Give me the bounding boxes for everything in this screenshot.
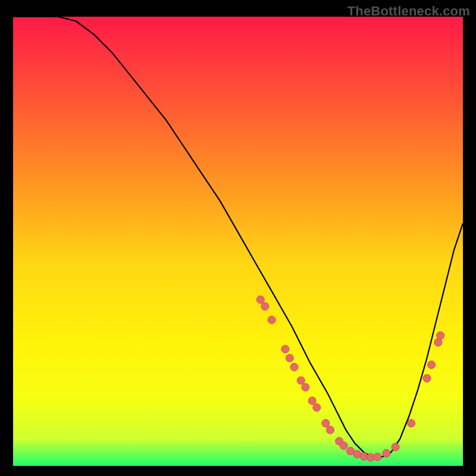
data-marker xyxy=(256,296,264,303)
chart-svg xyxy=(13,17,463,466)
gradient-background xyxy=(13,17,463,466)
data-marker xyxy=(383,449,390,457)
data-marker xyxy=(428,361,436,369)
data-marker xyxy=(261,303,269,311)
data-marker xyxy=(286,354,293,362)
chart-stage: TheBottleneck.com xyxy=(0,0,476,476)
data-marker xyxy=(313,403,321,411)
watermark-text: TheBottleneck.com xyxy=(347,4,470,19)
data-marker xyxy=(340,442,347,450)
data-marker xyxy=(322,419,330,427)
data-marker xyxy=(268,316,275,324)
data-marker xyxy=(423,374,431,382)
data-marker xyxy=(327,426,334,434)
data-marker xyxy=(374,453,381,461)
data-marker xyxy=(297,377,305,384)
data-marker xyxy=(290,363,298,371)
data-marker xyxy=(302,383,309,391)
data-marker xyxy=(437,332,444,340)
data-marker xyxy=(392,443,399,451)
data-marker xyxy=(281,345,289,353)
plot-area xyxy=(13,17,463,466)
data-marker xyxy=(408,419,415,427)
data-marker xyxy=(308,397,316,405)
